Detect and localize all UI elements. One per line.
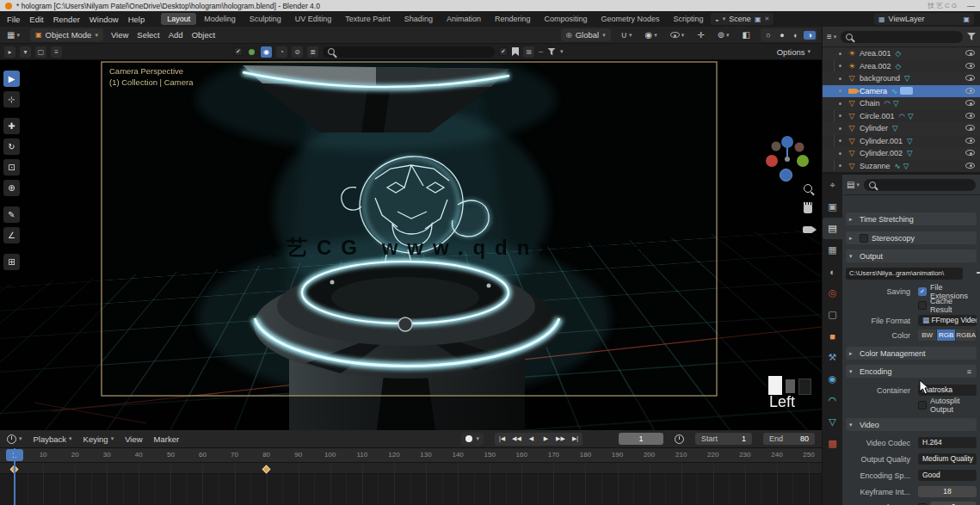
workspace-tab-geometry-nodes[interactable]: Geometry Nodes	[595, 13, 665, 25]
pan-button[interactable]	[800, 201, 816, 217]
workspace-tab-layout[interactable]: Layout	[161, 13, 196, 25]
minus-icon[interactable]: –	[539, 47, 543, 56]
orbit-ball[interactable]	[780, 169, 792, 182]
visibility-eye-toggle[interactable]	[965, 112, 975, 120]
workspace-tab-modeling[interactable]: Modeling	[198, 13, 242, 25]
transport-jump-end-button[interactable]: ▶|	[568, 435, 582, 442]
outliner-filter-icon[interactable]	[967, 33, 976, 40]
properties-search-input[interactable]	[864, 179, 976, 191]
timeline-editor-type-button[interactable]: ▾	[7, 434, 22, 444]
properties-tab-view-layer[interactable]: ▦	[823, 239, 842, 261]
menu-file[interactable]: File	[7, 15, 20, 24]
output-path-field[interactable]: C:\Users\Nilya..gram\animation\	[846, 268, 963, 280]
mesh-data-icon[interactable]: ▽	[908, 112, 914, 120]
panel-video[interactable]: ▾ Video	[846, 418, 977, 431]
axis-ball-back-right[interactable]	[795, 143, 804, 152]
timeline-menu-keying[interactable]: Keying▾	[83, 434, 114, 444]
transport-next-keyframe-button[interactable]: ▶▶	[553, 435, 568, 442]
viewport-search-input[interactable]	[323, 46, 495, 58]
tool-annotate[interactable]: ✎	[3, 206, 20, 223]
video-codec-dropdown[interactable]: H.264	[918, 437, 977, 448]
keyframe-diamond-frame-80[interactable]	[262, 465, 271, 474]
panel-output[interactable]: ▾ Output	[846, 249, 977, 262]
menu-help[interactable]: Help	[128, 15, 145, 24]
mesh-data-icon[interactable]: ▽	[907, 149, 913, 157]
panel-time-stretching[interactable]: ▸ Time Stretching	[846, 212, 977, 225]
tool-add-cube[interactable]: ⊞	[3, 254, 20, 270]
pedestal-knob[interactable]	[398, 317, 412, 331]
y-axis-ball[interactable]	[797, 155, 809, 167]
viewport-menu-object[interactable]: Object	[192, 30, 215, 40]
workspace-tab-sculpting[interactable]: Sculpting	[243, 13, 287, 25]
shading-mode-3-icon[interactable]: ◑	[804, 31, 816, 40]
properties-tab-output[interactable]: ▤	[823, 218, 842, 239]
filter-checkbox[interactable]: ✓	[234, 47, 243, 56]
3d-viewport[interactable]: Camera Perspective (1) Collection | Came…	[0, 60, 822, 430]
view-layer-selector[interactable]: ▦ ViewLayer ▣	[874, 13, 974, 25]
properties-tab-object-data[interactable]: ▽	[823, 411, 842, 433]
color-mode-rgb[interactable]: RGB	[937, 329, 956, 341]
collection-grid-button[interactable]: ⊞	[523, 46, 534, 58]
workspace-tab-texture-paint[interactable]: Texture Paint	[339, 13, 397, 25]
file-extensions-checkbox[interactable]: ✓	[918, 287, 927, 296]
zoom-button[interactable]	[800, 181, 816, 196]
mesh-data-icon[interactable]: ▽	[903, 162, 909, 170]
transport-play-reverse-button[interactable]: ◀	[524, 435, 539, 442]
editor-type-button[interactable]: ▦▾	[4, 28, 22, 41]
tool-rotate[interactable]: ↻	[3, 139, 20, 155]
visibility-eye-toggle[interactable]	[965, 137, 975, 145]
workspace-tab-uv-editing[interactable]: UV Editing	[289, 13, 338, 25]
outliner-row-cylinder[interactable]: ▽Cylinder▽	[823, 122, 980, 135]
timeline-menu-marker[interactable]: Marker	[154, 434, 180, 444]
workspace-tab-compositing[interactable]: Compositing	[538, 13, 593, 25]
visibility-eye-toggle[interactable]	[965, 124, 975, 132]
axis-ball-back-left[interactable]	[772, 142, 781, 151]
menu-edit[interactable]: Edit	[29, 15, 43, 24]
color-mode-bw[interactable]: BW	[918, 329, 937, 341]
visibility-eye-toggle[interactable]	[965, 162, 975, 170]
modifier-icon[interactable]: ◠	[884, 99, 891, 108]
properties-nav-button[interactable]: ▤▾	[847, 180, 860, 189]
shading-mode-0-icon[interactable]: ○	[762, 31, 774, 40]
outliner-row-camera[interactable]: Camera∿	[823, 85, 980, 98]
auto-keying-button[interactable]: ▾	[461, 433, 484, 446]
show-overlays-toggle[interactable]: ⊚▾	[715, 28, 732, 41]
outliner-row-area-002[interactable]: ☀Area.002◇	[823, 60, 980, 73]
show-gizmo-toggle[interactable]: ✛	[694, 28, 706, 41]
header-extra-button-1[interactable]: ▸	[4, 46, 15, 58]
header-extra-button-4[interactable]: ≡	[51, 46, 62, 58]
properties-tab-render[interactable]: ▣	[823, 196, 842, 218]
object-visibility-dropdown[interactable]: ▾	[668, 28, 687, 41]
transform-orientation-selector[interactable]: ◎ Global ▾	[561, 28, 611, 41]
header-extra-button-2[interactable]: ▾	[20, 46, 31, 58]
filter-button-3[interactable]: ⊘	[292, 46, 303, 58]
presets-menu-icon[interactable]: ≡	[967, 367, 971, 376]
output-quality-dropdown[interactable]: Medium Quality	[918, 453, 977, 465]
properties-tab-modifiers[interactable]: ⚒	[823, 347, 842, 368]
visibility-eye-toggle[interactable]	[965, 99, 975, 108]
mesh-data-icon[interactable]: ▽	[907, 137, 913, 145]
scene-selector[interactable]: ◒ ▾ Scene ▣ ✕	[711, 13, 774, 25]
tool-cursor[interactable]: ⊹	[3, 91, 20, 108]
properties-tab-world[interactable]: ◎	[823, 282, 842, 304]
timeline-menu-view[interactable]: View	[125, 434, 142, 444]
viewport-menu-select[interactable]: Select	[137, 30, 159, 40]
panel-color-management[interactable]: ▸ Color Management	[846, 347, 977, 360]
keyframe-interval-slider[interactable]: 18	[918, 486, 977, 497]
playhead-line[interactable]	[14, 448, 15, 505]
camera-data-icon[interactable]	[900, 87, 913, 95]
match-checkbox[interactable]: ✓	[499, 47, 508, 56]
outliner-row-cylinder-002[interactable]: ▽Cylinder.002▽	[823, 147, 980, 160]
outliner-display-mode-button[interactable]: ≡▾	[827, 32, 836, 41]
frame-start-field[interactable]: Start 1	[695, 433, 752, 445]
outliner-row-chain[interactable]: ▽Chain◠▽	[823, 97, 980, 110]
properties-tab-collection[interactable]: ▢	[823, 304, 842, 325]
viewport-menu-view[interactable]: View	[111, 30, 128, 40]
properties-tab-material[interactable]: ▩	[823, 433, 842, 454]
z-axis-ball[interactable]	[781, 136, 793, 148]
tool-measure[interactable]: ∠	[3, 227, 20, 243]
stereoscopy-checkbox[interactable]	[860, 234, 868, 243]
timeline-ruler[interactable]: 1 10203040506070809010011012013014015016…	[0, 448, 822, 463]
header-extra-button-3[interactable]: ▢	[35, 46, 46, 58]
bookmark-icon[interactable]	[512, 47, 519, 56]
